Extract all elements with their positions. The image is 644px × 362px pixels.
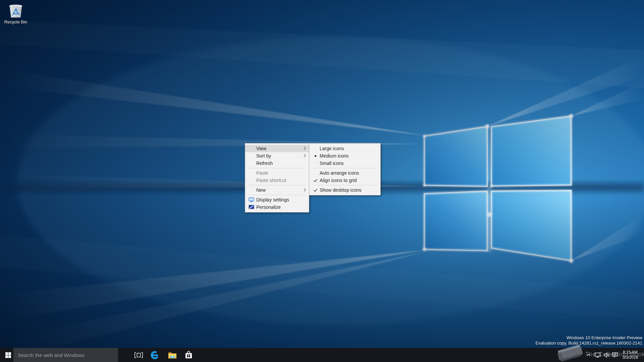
submenu-item-small-icons-label: Small icons (320, 161, 344, 166)
submenu-item-show-desktop-icons[interactable]: Show desktop icons (309, 186, 380, 194)
submenu-item-auto-arrange-icons[interactable]: Auto arrange icons (309, 169, 380, 177)
folder-icon (168, 352, 177, 359)
view-submenu: Large icons Medium icons Small icons Aut… (309, 143, 381, 195)
submenu-item-align-icons-to-grid-label: Align icons to grid (320, 178, 357, 183)
menu-item-personalize[interactable]: Personalize (245, 203, 309, 211)
menu-item-paste-label: Paste (256, 170, 268, 176)
menu-item-new[interactable]: New (245, 186, 309, 194)
menu-separator (249, 195, 306, 195)
checkmark-icon (311, 177, 319, 184)
store-icon (185, 351, 193, 359)
build-watermark-line2: Evaluation copy. Build 14281.rs1_release… (536, 341, 643, 346)
menu-item-paste-shortcut[interactable]: Paste shortcut (245, 177, 309, 184)
store-button[interactable] (180, 348, 197, 362)
submenu-item-align-icons-to-grid[interactable]: Align icons to grid (309, 177, 380, 184)
collection-watermark: The Collection Book (585, 351, 644, 358)
recycle-bin-icon (7, 3, 24, 19)
menu-item-paste-shortcut-label: Paste shortcut (256, 178, 286, 183)
windows-desktop: Recycle Bin Windows 10 Enterprise Inside… (0, 0, 644, 362)
windows-logo-icon (5, 352, 11, 358)
desktop-context-menu: View Sort by Refresh Paste Paste shortcu… (245, 143, 309, 213)
menu-item-personalize-label: Personalize (256, 204, 281, 210)
file-explorer-button[interactable] (164, 348, 180, 362)
recycle-bin-label: Recycle Bin (3, 19, 29, 24)
submenu-item-small-icons[interactable]: Small icons (309, 160, 380, 167)
build-watermark: Windows 10 Enterprise Insider Preview Ev… (536, 335, 643, 346)
menu-item-refresh-label: Refresh (256, 161, 273, 166)
taskbar: 8:15 AM 3/3/2016 (0, 348, 644, 362)
submenu-item-large-icons[interactable]: Large icons (309, 145, 380, 152)
menu-item-new-label: New (256, 187, 266, 193)
personalize-icon (247, 203, 255, 211)
task-view-button[interactable] (130, 348, 147, 362)
submenu-item-auto-arrange-icons-label: Auto arrange icons (320, 170, 359, 176)
edge-button[interactable] (147, 348, 163, 362)
menu-item-display-settings-label: Display settings (256, 197, 289, 202)
task-view-icon (135, 352, 143, 358)
submenu-item-large-icons-label: Large icons (320, 146, 344, 151)
menu-separator (313, 185, 377, 185)
build-watermark-line1: Windows 10 Enterprise Insider Preview (536, 335, 643, 341)
submenu-item-show-desktop-icons-label: Show desktop icons (320, 187, 362, 193)
submenu-arrow-icon (303, 147, 306, 150)
display-settings-icon (247, 196, 255, 203)
menu-separator (313, 168, 377, 168)
menu-item-sort-by[interactable]: Sort by (245, 152, 309, 160)
checkmark-icon (311, 186, 319, 194)
submenu-arrow-icon (303, 188, 306, 192)
submenu-item-medium-icons[interactable]: Medium icons (309, 152, 380, 160)
menu-separator (249, 168, 306, 168)
book-icon (555, 343, 586, 362)
submenu-arrow-icon (303, 154, 306, 158)
menu-separator (249, 185, 306, 185)
recycle-bin-shortcut[interactable]: Recycle Bin (3, 3, 29, 24)
menu-item-refresh[interactable]: Refresh (245, 160, 309, 167)
menu-item-display-settings[interactable]: Display settings (245, 196, 309, 203)
edge-icon (150, 351, 159, 360)
menu-item-paste[interactable]: Paste (245, 169, 309, 177)
menu-item-view-label: View (256, 146, 266, 151)
selected-bullet-icon (311, 152, 319, 160)
menu-item-view[interactable]: View (245, 145, 309, 152)
menu-item-sort-by-label: Sort by (256, 153, 271, 159)
submenu-item-medium-icons-label: Medium icons (320, 153, 348, 159)
search-input[interactable] (13, 348, 118, 362)
